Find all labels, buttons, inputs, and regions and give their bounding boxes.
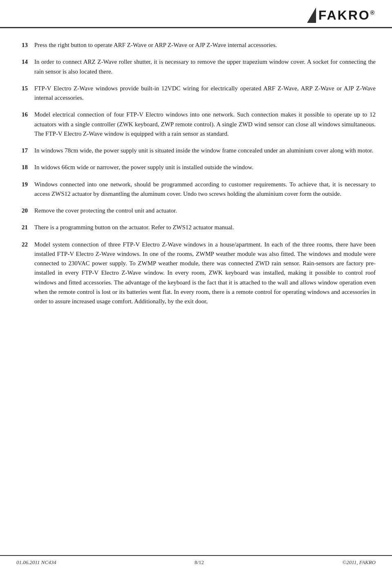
item-number-20: 20 — [16, 206, 28, 215]
item-number-17: 17 — [16, 146, 28, 155]
list-item: 18 In widows 66cm wide or narrower, the … — [16, 163, 376, 172]
logo: FAKRO® — [307, 7, 376, 23]
list-item: 19 Windows connected into one network, s… — [16, 180, 376, 199]
list-item: 16 Model electrical connection of four F… — [16, 110, 376, 139]
footer-left: 01.06.2011 NC434 — [16, 559, 56, 566]
item-number-13: 13 — [16, 40, 28, 50]
item-number-15: 15 — [16, 84, 28, 103]
footer: 01.06.2011 NC434 8/12 ©2011, FAKRO — [0, 555, 392, 569]
item-text-13: Press the right button to operate ARF Z-… — [34, 40, 376, 50]
list-item: 17 In windows 78cm wide, the power suppl… — [16, 146, 376, 155]
main-content: 13 Press the right button to operate ARF… — [0, 28, 392, 555]
item-text-15: FTP-V Electro Z-Wave windows provide bui… — [34, 84, 376, 103]
item-number-19: 19 — [16, 180, 28, 199]
page: FAKRO® 13 Press the right button to oper… — [0, 0, 392, 569]
footer-page-number: 8/12 — [194, 559, 204, 566]
logo-triangle-icon — [307, 7, 316, 23]
list-item: 21 There is a programming button on the … — [16, 223, 376, 232]
footer-right: ©2011, FAKRO — [342, 559, 376, 566]
item-number-22: 22 — [16, 240, 28, 307]
item-text-14: In order to connect ARZ Z-Wave roller sh… — [34, 57, 376, 76]
item-text-19: Windows connected into one network, shou… — [34, 180, 376, 199]
list-item: 14 In order to connect ARZ Z-Wave roller… — [16, 57, 376, 76]
list-item: 13 Press the right button to operate ARF… — [16, 40, 376, 50]
item-number-14: 14 — [16, 57, 28, 76]
header: FAKRO® — [0, 0, 392, 28]
list-item: 15 FTP-V Electro Z-Wave windows provide … — [16, 84, 376, 103]
item-text-17: In windows 78cm wide, the power supply u… — [34, 146, 376, 155]
list-item: 22 Model system connection of three FTP-… — [16, 240, 376, 307]
item-text-20: Remove the cover protecting the control … — [34, 206, 376, 215]
item-number-18: 18 — [16, 163, 28, 172]
logo-text: FAKRO® — [318, 8, 376, 23]
item-text-22: Model system connection of three FTP-V E… — [34, 240, 376, 307]
list-item: 20 Remove the cover protecting the contr… — [16, 206, 376, 215]
item-text-21: There is a programming button on the act… — [34, 223, 376, 232]
item-text-16: Model electrical connection of four FTP-… — [34, 110, 376, 139]
item-number-21: 21 — [16, 223, 28, 232]
item-text-18: In widows 66cm wide or narrower, the pow… — [34, 163, 376, 172]
item-number-16: 16 — [16, 110, 28, 139]
